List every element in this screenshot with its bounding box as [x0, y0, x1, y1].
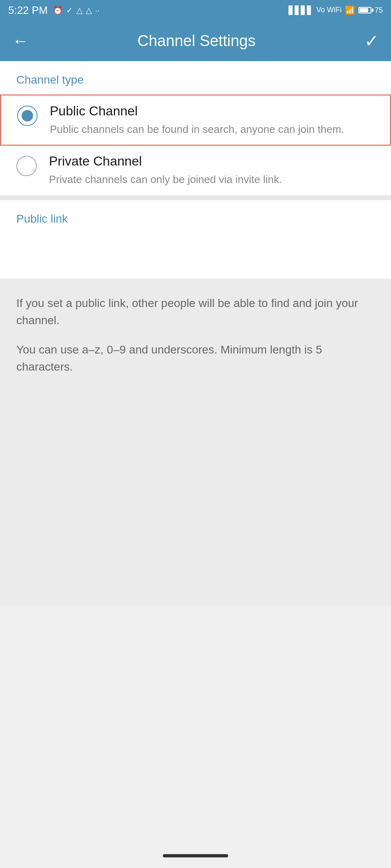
wifi-icon: 📶: [345, 5, 355, 15]
check-icon: ✓: [66, 5, 73, 15]
public-channel-option[interactable]: Public Channel Public channels can be fo…: [0, 95, 391, 146]
status-time: 5:22 PM: [8, 4, 48, 17]
alarm-icon: ⏰: [53, 5, 63, 15]
public-link-section-label: Public link: [16, 212, 375, 225]
confirm-button[interactable]: ✓: [364, 31, 379, 51]
battery-container: 75: [358, 6, 383, 15]
main-content: Channel type Public Channel Public chann…: [0, 61, 391, 605]
public-channel-text: Public Channel Public channels can be fo…: [50, 104, 374, 137]
channel-type-section-label: Channel type: [0, 61, 391, 95]
drive-icon: △: [76, 5, 82, 15]
drive2-icon: △: [86, 5, 92, 15]
private-channel-desc: Private channels can only be joined via …: [49, 172, 375, 187]
signal-icon: ▋▋▋▋: [289, 5, 313, 15]
dots-icon: ··: [95, 6, 100, 15]
battery-icon: [358, 7, 371, 13]
status-right: ▋▋▋▋ Vo WiFi 📶 75: [289, 5, 383, 15]
private-channel-text: Private Channel Private channels can onl…: [49, 154, 375, 187]
status-left: 5:22 PM ⏰ ✓ △ △ ··: [8, 4, 100, 17]
vo-wifi-label: Vo WiFi: [316, 6, 342, 14]
bottom-bar: [0, 844, 391, 868]
battery-level: 75: [375, 6, 383, 15]
private-channel-option[interactable]: Private Channel Private channels can onl…: [0, 146, 391, 195]
nav-bar: ← Channel Settings ✓: [0, 20, 391, 61]
section-divider: [0, 195, 391, 200]
home-indicator: [163, 854, 228, 857]
public-channel-radio[interactable]: [17, 106, 38, 126]
battery-tip-icon: [372, 9, 373, 12]
status-icons: ⏰ ✓ △ △ ··: [53, 5, 100, 15]
page-title: Channel Settings: [138, 32, 255, 50]
public-channel-title: Public Channel: [50, 104, 374, 119]
public-link-section: Public link: [0, 200, 391, 278]
public-channel-desc: Public channels can be found in search, …: [50, 122, 374, 137]
private-channel-radio[interactable]: [16, 156, 37, 176]
info-text-1: If you set a public link, other people w…: [16, 295, 375, 329]
public-link-input-area[interactable]: [16, 238, 375, 270]
private-channel-title: Private Channel: [49, 154, 375, 169]
public-channel-radio-inner: [22, 110, 33, 121]
info-section: If you set a public link, other people w…: [0, 278, 391, 605]
back-button[interactable]: ←: [12, 32, 29, 50]
info-text-2: You can use a–z, 0–9 and underscores. Mi…: [16, 341, 375, 375]
status-bar: 5:22 PM ⏰ ✓ △ △ ·· ▋▋▋▋ Vo WiFi 📶 75: [0, 0, 391, 20]
